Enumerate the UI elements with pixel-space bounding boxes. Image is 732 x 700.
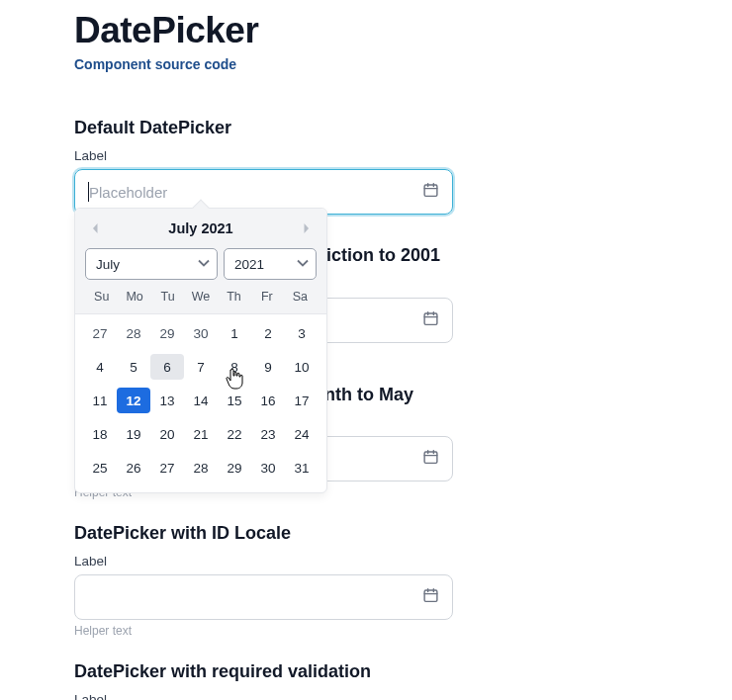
calendar-day[interactable]: 17 xyxy=(285,388,319,413)
calendar-day[interactable]: 24 xyxy=(285,421,319,447)
calendar-day[interactable]: 25 xyxy=(83,455,117,481)
calendar-icon[interactable] xyxy=(422,587,439,608)
year-select[interactable]: 2021 xyxy=(224,248,317,280)
weekday-label: Th xyxy=(218,288,250,306)
section-heading-required: DatePicker with required validation xyxy=(74,661,658,682)
calendar-day[interactable]: 1 xyxy=(218,320,251,346)
calendar-day[interactable]: 30 xyxy=(184,320,218,346)
calendar-select-row: July 2021 xyxy=(85,248,317,280)
calendar-day[interactable]: 29 xyxy=(150,320,184,346)
calendar-day-grid: 2728293012345678910111213141516171819202… xyxy=(75,314,326,492)
weekday-label: Fr xyxy=(250,288,283,306)
calendar-day[interactable]: 4 xyxy=(83,354,117,380)
calendar-nav-row: July 2021 xyxy=(85,219,317,238)
section-default: Default DatePicker Label xyxy=(74,118,658,215)
calendar-day[interactable]: 30 xyxy=(251,455,285,481)
next-month-button[interactable] xyxy=(297,219,317,238)
calendar-icon[interactable] xyxy=(422,182,439,203)
svg-rect-12 xyxy=(424,590,437,601)
calendar-icon[interactable] xyxy=(422,310,439,331)
weekday-label: Tu xyxy=(151,288,184,306)
calendar-day[interactable]: 5 xyxy=(117,354,150,380)
calendar-day[interactable]: 23 xyxy=(251,421,285,447)
svg-rect-0 xyxy=(424,185,437,196)
chevron-right-icon xyxy=(302,222,312,234)
field-label: Label xyxy=(74,148,658,163)
calendar-day[interactable]: 8 xyxy=(218,354,251,380)
calendar-icon[interactable] xyxy=(422,449,439,470)
page-title: DatePicker xyxy=(74,10,658,51)
weekday-label: We xyxy=(184,288,217,306)
calendar-day[interactable]: 7 xyxy=(184,354,218,380)
field-label: Label xyxy=(74,554,658,569)
calendar-day[interactable]: 21 xyxy=(184,421,218,447)
date-input-locale-wrap xyxy=(74,574,453,620)
calendar-day[interactable]: 15 xyxy=(218,388,251,413)
calendar-day[interactable]: 26 xyxy=(117,455,150,481)
weekday-label: Sa xyxy=(284,288,317,306)
source-code-link[interactable]: Component source code xyxy=(74,56,236,72)
svg-rect-4 xyxy=(424,313,437,324)
text-caret xyxy=(88,182,89,202)
chevron-down-icon xyxy=(198,255,210,273)
calendar-day[interactable]: 9 xyxy=(251,354,285,380)
calendar-day[interactable]: 6 xyxy=(150,354,184,380)
calendar-day[interactable]: 14 xyxy=(184,388,218,413)
section-locale: DatePicker with ID Locale Label Helper t… xyxy=(74,523,658,638)
calendar-day[interactable]: 3 xyxy=(285,320,319,346)
section-required: DatePicker with required validation Labe… xyxy=(74,661,658,700)
field-label: Label xyxy=(74,692,658,700)
calendar-day[interactable]: 28 xyxy=(117,320,150,346)
chevron-left-icon xyxy=(90,222,100,234)
calendar-day[interactable]: 2 xyxy=(251,320,285,346)
weekday-label: Su xyxy=(85,288,118,306)
chevron-down-icon xyxy=(297,255,309,273)
calendar-day[interactable]: 13 xyxy=(150,388,184,413)
helper-text: Helper text xyxy=(74,624,658,638)
calendar-day[interactable]: 27 xyxy=(83,320,117,346)
calendar-day[interactable]: 18 xyxy=(83,421,117,447)
calendar-weekdays: SuMoTuWeThFrSa xyxy=(85,288,317,306)
calendar-day[interactable]: 27 xyxy=(150,455,184,481)
calendar-day[interactable]: 28 xyxy=(184,455,218,481)
month-select[interactable]: July xyxy=(85,248,218,280)
calendar-day[interactable]: 22 xyxy=(218,421,251,447)
calendar-day[interactable]: 20 xyxy=(150,421,184,447)
section-heading-locale: DatePicker with ID Locale xyxy=(74,523,658,544)
popover-header: July 2021 July 2021 SuMoTuWeThFrSa xyxy=(75,209,326,314)
weekday-label: Mo xyxy=(118,288,150,306)
calendar-day[interactable]: 11 xyxy=(83,388,117,413)
svg-rect-8 xyxy=(424,452,437,463)
calendar-day[interactable]: 12 xyxy=(117,388,150,413)
calendar-day[interactable]: 16 xyxy=(251,388,285,413)
date-input-locale[interactable] xyxy=(74,574,453,620)
calendar-day[interactable]: 19 xyxy=(117,421,150,447)
calendar-day[interactable]: 10 xyxy=(285,354,319,380)
calendar-day[interactable]: 31 xyxy=(285,455,319,481)
calendar-month-title: July 2021 xyxy=(168,220,232,236)
section-heading-default: Default DatePicker xyxy=(74,118,658,138)
calendar-day[interactable]: 29 xyxy=(218,455,251,481)
prev-month-button[interactable] xyxy=(85,219,105,238)
calendar-popover: July 2021 July 2021 SuMoTuWeThFrSa 27282… xyxy=(74,208,327,493)
